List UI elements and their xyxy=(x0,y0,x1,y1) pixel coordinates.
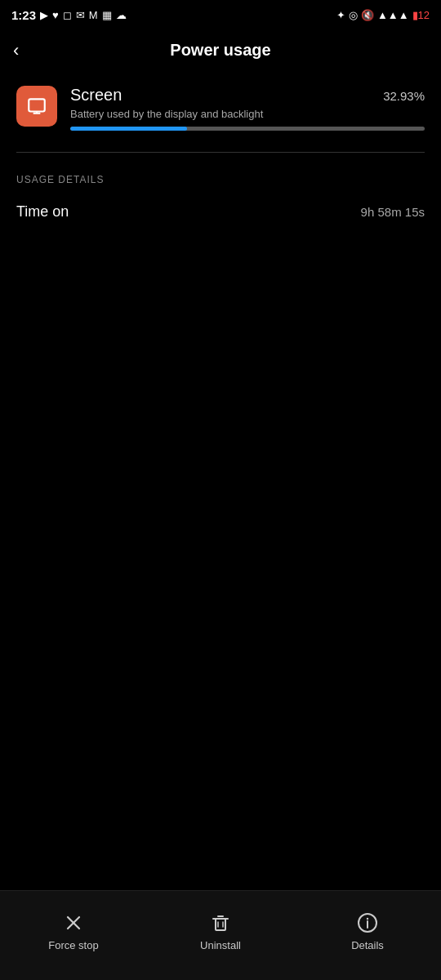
svg-rect-5 xyxy=(216,919,225,930)
back-button[interactable]: ‹ xyxy=(13,40,19,61)
page-header: ‹ Power usage xyxy=(0,28,441,73)
force-stop-icon xyxy=(62,911,85,934)
time-on-row: Time on 9h 58m 15s xyxy=(0,192,441,232)
cloud-icon: ☁ xyxy=(116,9,127,21)
signal-icon: ▲▲▲ xyxy=(377,9,409,21)
bluetooth-icon: ✦ xyxy=(336,9,345,21)
app-info: Screen 32.93% Battery used by the displa… xyxy=(70,86,425,131)
nfc-icon: ◎ xyxy=(349,9,358,21)
app-card: Screen 32.93% Battery used by the displa… xyxy=(0,73,441,144)
page-title: Power usage xyxy=(170,41,270,60)
status-time: 1:23 xyxy=(11,8,36,22)
svg-point-12 xyxy=(367,918,368,920)
uninstall-button[interactable]: Uninstall xyxy=(147,911,294,951)
details-icon xyxy=(356,911,379,934)
app-percent: 32.93% xyxy=(383,89,425,103)
battery-icon: ▮12 xyxy=(412,9,430,21)
details-button[interactable]: Details xyxy=(294,911,441,951)
app-name: Screen xyxy=(70,86,122,105)
svg-rect-0 xyxy=(29,99,45,111)
uninstall-icon xyxy=(209,911,232,934)
usage-details-label: USAGE DETAILS xyxy=(0,161,441,192)
app-icon xyxy=(16,86,57,127)
youtube-icon: ▶ xyxy=(40,9,48,21)
divider xyxy=(16,152,425,153)
bottom-nav: Force stop Uninstall Details xyxy=(0,890,441,980)
force-stop-button[interactable]: Force stop xyxy=(0,911,147,951)
mute-icon: 🔇 xyxy=(361,9,374,21)
time-on-label: Time on xyxy=(16,203,69,220)
time-on-value: 9h 58m 15s xyxy=(361,205,425,219)
screen-icon xyxy=(26,96,47,117)
force-stop-label: Force stop xyxy=(48,939,98,951)
status-bar: 1:23 ▶ ♥ ◻ ✉ M ▦ ☁ ✦ ◎ 🔇 ▲▲▲ ▮12 xyxy=(0,0,441,28)
progress-bar-fill xyxy=(70,127,187,131)
app-name-row: Screen 32.93% xyxy=(70,86,425,105)
gmail-icon: M xyxy=(89,9,98,21)
details-label: Details xyxy=(351,939,384,951)
uninstall-label: Uninstall xyxy=(200,939,241,951)
health-icon: ♥ xyxy=(52,9,59,21)
instagram-icon: ◻ xyxy=(63,9,72,21)
email-icon: ✉ xyxy=(76,9,85,21)
calendar-icon: ▦ xyxy=(102,9,112,21)
app-description: Battery used by the display and backligh… xyxy=(70,108,425,120)
progress-bar-track xyxy=(70,127,425,131)
